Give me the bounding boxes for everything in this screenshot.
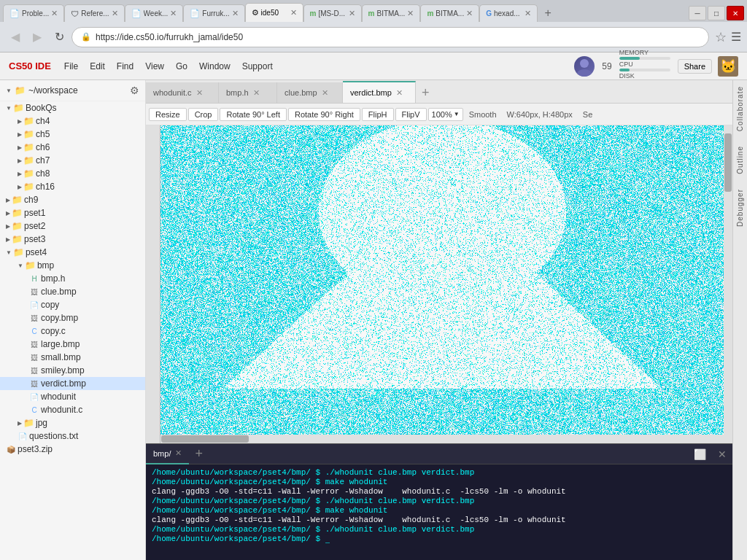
sidebar-item-whodunit[interactable]: 📄 whodunit [0,390,145,403]
sidebar-item-large-bmp[interactable]: 🖼 large.bmp [0,338,145,351]
tab1-favicon: 📄 [9,9,20,18]
browser-nav-bar: ◀ ▶ ↻ 🔒 https://ide.cs50.io/furrukh_jama… [0,22,747,52]
share-button[interactable]: Share [678,59,712,74]
minimize-button[interactable]: ─ [689,6,706,20]
menu-view[interactable]: View [141,58,169,74]
browser-tab-2[interactable]: 🛡 Refere... ✕ [64,4,124,22]
menu-go[interactable]: Go [171,58,192,74]
sidebar-item-ch9[interactable]: ▶ 📁 ch9 [0,193,145,206]
new-tab-button[interactable]: + [538,4,558,22]
sidebar-item-copy-c[interactable]: C copy.c [0,324,145,338]
whodunit-c-file-icon: C [29,406,39,414]
terminal-tab-close[interactable]: ✕ [175,448,182,458]
star-icon[interactable]: ☆ [715,29,727,45]
tab1-close[interactable]: ✕ [51,9,58,18]
sidebar-item-copy-bmp[interactable]: 🖼 copy.bmp [0,311,145,324]
tab-bmp-h-close[interactable]: ✕ [253,88,260,98]
sidebar-item-bmp-folder[interactable]: ▼ 📁 bmp [0,259,145,272]
sidebar-item-ch6[interactable]: ▶ 📁 ch6 [0,141,145,154]
scrollbar-thumb-v[interactable] [724,133,732,192]
forward-button[interactable]: ▶ [28,28,47,47]
scrollbar-thumb-h[interactable] [161,435,249,443]
menu-window[interactable]: Window [195,58,235,74]
sidebar-item-clue-bmp[interactable]: 🖼 clue.bmp [0,285,145,298]
browser-tab-5-active[interactable]: ⚙ ide50 ✕ [245,3,303,22]
flip-h-button[interactable]: FlipH [362,108,394,121]
zoom-control[interactable]: 100% ▼ [428,108,463,121]
menu-file[interactable]: File [60,58,82,74]
browser-tab-8[interactable]: m BITMA... ✕ [420,4,479,22]
ch7-folder-icon: 📁 [23,155,34,166]
tab3-close[interactable]: ✕ [170,9,177,18]
debugger-label[interactable]: Debugger [736,189,744,227]
outline-label[interactable]: Outline [736,146,744,174]
sidebar-item-jpg[interactable]: ▶ 📁 jpg [0,416,145,429]
collaborate-label[interactable]: Collaborate [736,86,744,131]
close-window-button[interactable]: ✕ [727,6,744,20]
rotate-right-button[interactable]: Rotate 90° Right [288,108,360,121]
browser-tab-9[interactable]: G hexad... ✕ [479,4,538,22]
tab-clue-close[interactable]: ✕ [322,88,328,98]
sidebar-item-ch7[interactable]: ▶ 📁 ch7 [0,154,145,167]
scrollbar-vertical[interactable] [724,125,732,435]
maximize-button[interactable]: □ [708,6,725,20]
sidebar-item-pset3-zip[interactable]: 📦 pset3.zip [0,443,145,456]
editor-tab-add[interactable]: + [416,82,436,103]
pset1-arrow: ▶ [6,210,10,217]
sidebar-item-bookqs[interactable]: ▼ 📁 BookQs [0,101,145,114]
sidebar-item-pset1[interactable]: ▶ 📁 pset1 [0,206,145,219]
rotate-left-button[interactable]: Rotate 90° Left [220,108,287,121]
workspace-folder-icon: 📁 [15,85,26,96]
tab5-close[interactable]: ✕ [290,8,297,18]
back-button[interactable]: ◀ [6,28,25,47]
tab-whodunit-close[interactable]: ✕ [196,88,203,98]
flip-v-button[interactable]: FlipV [395,108,427,121]
browser-tab-1[interactable]: 📄 Proble... ✕ [3,4,64,22]
tab-verdict-close[interactable]: ✕ [396,88,403,98]
menu-support[interactable]: Support [238,58,277,74]
tab2-title: Refere... [81,9,109,18]
sidebar-item-verdict-bmp[interactable]: 🖼 verdict.bmp [0,377,145,390]
scrollbar-horizontal[interactable] [160,435,724,443]
sidebar-item-pset3[interactable]: ▶ 📁 pset3 [0,233,145,246]
browser-tab-6[interactable]: m [MS-D... ✕ [303,4,362,22]
terminal-maximize-button[interactable]: ⬜ [688,448,712,460]
editor-tab-whodunit[interactable]: whodunit.c ✕ [146,82,219,103]
sidebar-item-ch16[interactable]: ▶ 📁 ch16 [0,180,145,193]
sidebar-item-ch8[interactable]: ▶ 📁 ch8 [0,167,145,180]
terminal-close-button[interactable]: ✕ [712,448,732,460]
tab4-close[interactable]: ✕ [232,9,239,18]
crop-button[interactable]: Crop [188,108,219,121]
sidebar-item-copy[interactable]: 📄 copy [0,298,145,311]
sidebar-item-questions-txt[interactable]: 📄 questions.txt [0,429,145,443]
sidebar-item-pset4[interactable]: ▼ 📁 pset4 [0,246,145,259]
terminal-tab-add[interactable]: + [189,446,209,462]
sidebar-item-whodunit-c[interactable]: C whodunit.c [0,403,145,416]
ch6-arrow: ▶ [18,144,22,151]
menu-find[interactable]: Find [112,58,138,74]
terminal-tab-bmp[interactable]: bmp/ ✕ [146,444,189,464]
tab8-close[interactable]: ✕ [466,9,473,18]
address-bar[interactable]: 🔒 https://ide.cs50.io/furrukh_jamal/ide5… [71,27,709,47]
sidebar-item-pset2[interactable]: ▶ 📁 pset2 [0,219,145,233]
editor-tab-verdict-active[interactable]: verdict.bmp ✕ [343,81,416,103]
editor-tab-bmp-h[interactable]: bmp.h ✕ [219,82,277,103]
browser-tab-4[interactable]: 📄 Furruk... ✕ [183,4,244,22]
menu-icon[interactable]: ☰ [731,30,741,44]
tab9-close[interactable]: ✕ [525,9,531,18]
resize-button[interactable]: Resize [149,108,187,121]
browser-tab-7[interactable]: m BITMA... ✕ [362,4,421,22]
reload-button[interactable]: ↻ [50,28,69,47]
sidebar-item-small-bmp[interactable]: 🖼 small.bmp [0,351,145,364]
editor-tab-clue[interactable]: clue.bmp ✕ [277,82,343,103]
sidebar-item-ch5[interactable]: ▶ 📁 ch5 [0,128,145,141]
browser-tab-3[interactable]: 📄 Week... ✕ [125,4,184,22]
sidebar-item-bmp-h[interactable]: H bmp.h [0,272,145,285]
sidebar-item-smiley-bmp[interactable]: 🖼 smiley.bmp [0,364,145,377]
tab2-close[interactable]: ✕ [112,9,118,18]
tab7-close[interactable]: ✕ [407,9,414,18]
menu-edit[interactable]: Edit [85,58,109,74]
sidebar-item-ch4[interactable]: ▶ 📁 ch4 [0,114,145,128]
tab6-close[interactable]: ✕ [349,9,355,18]
sidebar-gear-icon[interactable]: ⚙ [130,85,139,96]
